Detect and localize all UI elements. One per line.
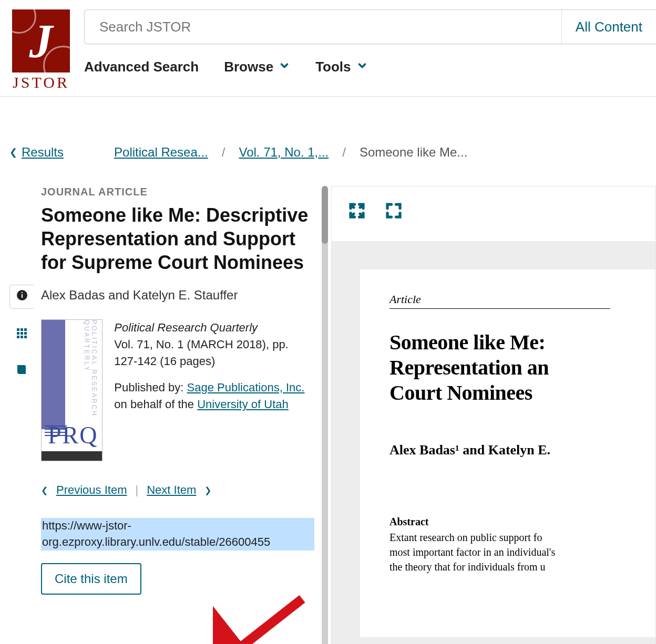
search-scope-dropdown[interactable]: All Content: [562, 10, 656, 44]
viewer-toolbar: [332, 186, 655, 226]
published-by-prefix: Published by:: [114, 381, 187, 394]
abstract-text: Extant research on public support fo mos…: [390, 530, 655, 574]
viewer-scrollbar[interactable]: [322, 186, 328, 644]
journal-cover[interactable]: POLITICAL RESEARCH QUARTERLY PRQ: [41, 319, 102, 461]
svg-rect-7: [20, 332, 23, 335]
search-input[interactable]: [85, 10, 562, 44]
site-header: J JSTOR All Content Advanced Search Brow…: [0, 0, 656, 97]
previous-item-link[interactable]: Previous Item: [56, 483, 127, 497]
nav-advanced-search[interactable]: Advanced Search: [84, 59, 199, 75]
crumb-journal[interactable]: Political Resea...: [114, 145, 208, 160]
chevron-down-icon: [279, 59, 290, 75]
svg-rect-9: [17, 336, 19, 338]
cite-button[interactable]: Cite this item: [41, 563, 141, 595]
expand-icon[interactable]: [347, 201, 366, 220]
page-authors: Alex Badas¹ and Katelyn E.: [390, 442, 655, 458]
page-preview: Article Someone like Me: Representation …: [360, 269, 655, 637]
abstract-heading: Abstract: [390, 516, 655, 528]
primary-nav: Advanced Search Browse Tools: [84, 59, 656, 75]
publisher-link[interactable]: Sage Publications, Inc.: [187, 381, 305, 394]
book-icon[interactable]: [15, 363, 28, 379]
breadcrumb: ❮ Results Political Resea... / Vol. 71, …: [0, 97, 656, 160]
item-metadata: JOURNAL ARTICLE Someone like Me: Descrip…: [41, 186, 314, 644]
document-viewer: Article Someone like Me: Representation …: [322, 186, 656, 644]
svg-rect-6: [17, 332, 19, 335]
logo-word: JSTOR: [13, 74, 69, 91]
stable-url[interactable]: https://www-jstor-org.ezproxy.library.un…: [41, 518, 314, 550]
main-content: JOURNAL ARTICLE Someone like Me: Descrip…: [0, 160, 656, 644]
svg-rect-11: [24, 336, 27, 338]
chevron-right-icon: ❯: [204, 485, 211, 495]
nav-tools[interactable]: Tools: [315, 59, 367, 75]
viewer-body[interactable]: Article Someone like Me: Representation …: [332, 241, 655, 644]
crumb-separator: /: [222, 145, 226, 160]
pager-separator: |: [136, 483, 139, 497]
page-title-line: Someone like Me: Representation an Court…: [390, 330, 655, 406]
svg-rect-4: [20, 328, 23, 331]
behalf-org-link[interactable]: University of Utah: [197, 398, 289, 411]
scrollbar-thumb[interactable]: [322, 186, 328, 244]
info-icon: [16, 289, 28, 305]
svg-rect-1: [22, 294, 23, 298]
crumb-issue[interactable]: Vol. 71, No. 1,...: [239, 145, 329, 160]
publication-info: Political Research Quarterly Vol. 71, No…: [114, 319, 314, 461]
logo-icon: J: [12, 9, 70, 72]
on-behalf-text: on behalf of the: [114, 398, 197, 411]
svg-rect-5: [24, 328, 27, 331]
back-to-results[interactable]: ❮ Results: [9, 145, 64, 160]
issue-info: Vol. 71, No. 1 (MARCH 2018), pp. 127-142…: [114, 336, 314, 370]
side-rail: [9, 186, 34, 644]
next-item-link[interactable]: Next Item: [147, 483, 196, 497]
cover-prq-text: PRQ: [48, 421, 98, 449]
item-title: Someone like Me: Descriptive Representat…: [41, 203, 314, 274]
svg-rect-3: [17, 328, 19, 331]
results-link[interactable]: Results: [22, 145, 64, 160]
item-pager: ❮ Previous Item | Next Item ❯: [41, 483, 314, 497]
info-tab[interactable]: [9, 285, 34, 309]
item-authors: Alex Badas and Katelyn E. Stauffer: [41, 288, 314, 303]
search-bar: All Content: [84, 9, 656, 44]
chevron-left-icon: ❮: [41, 485, 48, 495]
fullscreen-icon[interactable]: [384, 201, 403, 220]
journal-name: Political Research Quarterly: [114, 319, 314, 336]
crumb-separator: /: [342, 145, 346, 160]
item-type-label: JOURNAL ARTICLE: [41, 186, 314, 198]
logo[interactable]: J JSTOR: [9, 9, 73, 91]
svg-rect-2: [22, 292, 23, 293]
svg-rect-8: [24, 332, 27, 335]
grid-icon[interactable]: [15, 327, 28, 342]
crumb-current: Someone like Me...: [360, 145, 467, 160]
svg-rect-10: [20, 336, 23, 338]
page-tag: Article: [390, 293, 610, 309]
chevron-down-icon: [356, 59, 368, 75]
chevron-left-icon: ❮: [9, 147, 17, 158]
nav-browse[interactable]: Browse: [224, 59, 290, 75]
